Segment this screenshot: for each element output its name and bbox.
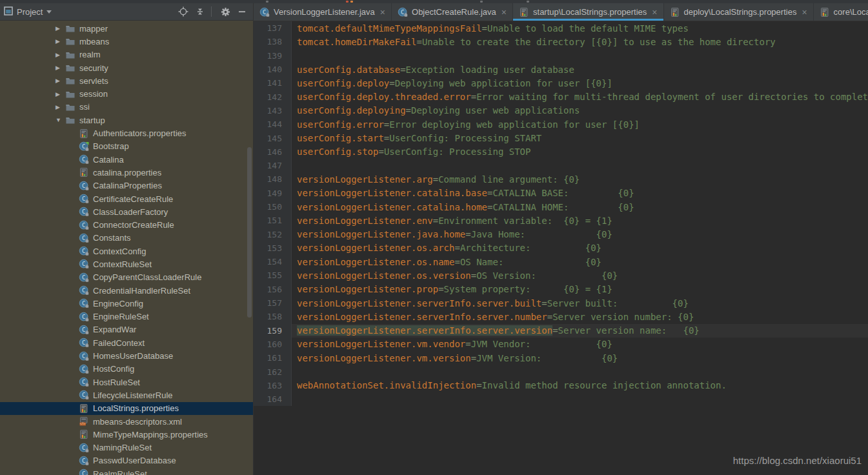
tree-file-mbeans-descriptors.xml[interactable]: <?>mbeans-descriptors.xml bbox=[0, 415, 253, 428]
editor-tab-VersionLoggerListener.java[interactable]: CVersionLoggerListener.java× bbox=[254, 3, 392, 21]
code-line-147[interactable]: 147 bbox=[254, 159, 868, 172]
project-tree[interactable]: ▶mapper▶mbeans▶realm▶security▶servlets▶s… bbox=[0, 21, 253, 475]
tree-folder-realm[interactable]: ▶realm bbox=[0, 48, 253, 61]
editor-tab-ObjectCreateRule.java[interactable]: CObjectCreateRule.java× bbox=[392, 3, 513, 21]
tree-folder-startup[interactable]: ▼startup bbox=[0, 114, 253, 126]
tree-file-ConnectorCreateRule[interactable]: CConnectorCreateRule bbox=[0, 218, 253, 231]
collapse-all-icon[interactable] bbox=[193, 5, 207, 19]
tree-file-PasswdUserDatabase[interactable]: CPasswdUserDatabase bbox=[0, 454, 253, 467]
tree-folder-ssi[interactable]: ▶ssi bbox=[0, 101, 253, 114]
code-line-142[interactable]: 142userConfig.deploy.threaded.error=Erro… bbox=[254, 90, 868, 103]
property-key: webAnnotationSet.invalidInjection bbox=[297, 380, 476, 390]
chevron-collapsed-icon[interactable]: ▶ bbox=[56, 38, 62, 45]
code-editor[interactable]: 137tomcat.defaultMimeTypeMappingsFail=Un… bbox=[254, 21, 868, 475]
tab-close-icon[interactable]: × bbox=[501, 8, 507, 17]
code-line-149[interactable]: 149versionLoggerListener.catalina.base=C… bbox=[254, 187, 868, 200]
tree-file-Constants[interactable]: CConstants bbox=[0, 232, 253, 245]
tree-scrollbar[interactable] bbox=[247, 147, 252, 318]
tree-folder-mapper[interactable]: ▶mapper bbox=[0, 22, 253, 35]
editor-tab-core-LocalStrings.p[interactable]: core\LocalStrings.p bbox=[814, 3, 868, 21]
code-line-154[interactable]: 154versionLoggerListener.os.name=OS Name… bbox=[254, 255, 868, 268]
code-line-162[interactable]: 162 bbox=[254, 365, 868, 378]
tree-file-catalina.properties[interactable]: catalina.properties bbox=[0, 166, 253, 179]
code-line-153[interactable]: 153versionLoggerListener.os.arch=Archite… bbox=[254, 241, 868, 255]
tree-file-FailedContext[interactable]: CFailedContext bbox=[0, 336, 253, 349]
chevron-collapsed-icon[interactable]: ▶ bbox=[56, 65, 62, 71]
tab-close-icon[interactable]: × bbox=[652, 8, 657, 17]
tree-item-label: ContextConfig bbox=[93, 247, 146, 256]
tab-close-icon[interactable]: × bbox=[802, 8, 807, 17]
chevron-collapsed-icon[interactable]: ▶ bbox=[56, 52, 62, 58]
tab-close-icon[interactable]: × bbox=[380, 8, 385, 17]
tree-file-CredentialHandlerRuleSet[interactable]: CCredentialHandlerRuleSet bbox=[0, 284, 253, 297]
code-line-157[interactable]: 157versionLoggerListener.serverInfo.serv… bbox=[254, 296, 868, 310]
code-line-143[interactable]: 143userConfig.deploying=Deploying user w… bbox=[254, 104, 868, 117]
code-line-150[interactable]: 150versionLoggerListener.catalina.home=C… bbox=[254, 200, 868, 214]
tree-file-Catalina[interactable]: CCatalina bbox=[0, 153, 253, 166]
code-line-146[interactable]: 146userConfig.stop=UserConfig: Processin… bbox=[254, 145, 868, 159]
equals-sign: = bbox=[482, 23, 487, 34]
code-line-152[interactable]: 152versionLoggerListener.java.home=Java … bbox=[254, 227, 868, 241]
chevron-collapsed-icon[interactable]: ▶ bbox=[56, 91, 62, 97]
line-content: versionLoggerListener.arg=Command line a… bbox=[292, 174, 868, 185]
tree-file-HomesUserDatabase[interactable]: CHomesUserDatabase bbox=[0, 349, 253, 362]
svg-text:C: C bbox=[82, 352, 85, 359]
code-line-144[interactable]: 144userConfig.error=Error deploying web … bbox=[254, 117, 868, 131]
line-number: 152 bbox=[254, 227, 292, 241]
code-line-138[interactable]: 138tomcat.homeDirMakeFail=Unable to crea… bbox=[254, 35, 868, 48]
editor-tab-deploy-LocalStrings.properties[interactable]: deploy\LocalStrings.properties× bbox=[664, 3, 814, 21]
tree-file-Bootstrap[interactable]: CBootstrap bbox=[0, 140, 253, 153]
code-line-141[interactable]: 141userConfig.deploy=Deploying web appli… bbox=[254, 76, 868, 90]
code-line-148[interactable]: 148versionLoggerListener.arg=Command lin… bbox=[254, 172, 868, 186]
editor-tab-startup-LocalStrings.properties[interactable]: startup\LocalStrings.properties× bbox=[513, 3, 664, 21]
tree-file-MimeTypeMappings.properties[interactable]: MimeTypeMappings.properties bbox=[0, 428, 253, 441]
tree-file-LifecycleListenerRule[interactable]: CLifecycleListenerRule bbox=[0, 389, 253, 401]
code-line-161[interactable]: 161versionLoggerListener.vm.version=JVM … bbox=[254, 351, 868, 365]
tree-file-RealmRuleSet[interactable]: CRealmRuleSet bbox=[0, 467, 253, 475]
tree-file-EngineRuleSet[interactable]: CEngineRuleSet bbox=[0, 310, 253, 323]
chevron-expanded-icon[interactable]: ▼ bbox=[56, 117, 62, 123]
code-line-151[interactable]: 151versionLoggerListener.env=Environment… bbox=[254, 214, 868, 227]
tree-file-LocalStrings.properties[interactable]: LocalStrings.properties bbox=[0, 402, 253, 415]
code-line-140[interactable]: 140userConfig.database=Exception loading… bbox=[254, 63, 868, 76]
tree-file-HostRuleSet[interactable]: CHostRuleSet bbox=[0, 376, 253, 389]
chevron-collapsed-icon[interactable]: ▶ bbox=[56, 25, 62, 32]
property-key: versionLoggerListener.catalina.home bbox=[297, 202, 487, 212]
code-line-163[interactable]: 163webAnnotationSet.invalidInjection=Inv… bbox=[254, 379, 868, 392]
locate-icon[interactable] bbox=[176, 5, 190, 19]
code-line-145[interactable]: 145userConfig.start=UserConfig: Processi… bbox=[254, 131, 868, 145]
tree-folder-servlets[interactable]: ▶servlets bbox=[0, 74, 253, 87]
code-line-159[interactable]: 159versionLoggerListener.serverInfo.serv… bbox=[254, 324, 868, 338]
tree-file-EngineConfig[interactable]: CEngineConfig bbox=[0, 297, 253, 310]
tree-file-CatalinaProperties[interactable]: CCatalinaProperties bbox=[0, 179, 253, 192]
code-line-156[interactable]: 156versionLoggerListener.prop=System pro… bbox=[254, 283, 868, 296]
code-line-164[interactable]: 164 bbox=[254, 392, 868, 406]
tree-folder-mbeans[interactable]: ▶mbeans bbox=[0, 35, 253, 48]
tree-file-NamingRuleSet[interactable]: CNamingRuleSet bbox=[0, 441, 253, 454]
tree-file-ContextRuleSet[interactable]: CContextRuleSet bbox=[0, 258, 253, 270]
tree-folder-security[interactable]: ▶security bbox=[0, 61, 253, 74]
code-line-155[interactable]: 155versionLoggerListener.os.version=OS V… bbox=[254, 268, 868, 282]
tree-file-ClassLoaderFactory[interactable]: CClassLoaderFactory bbox=[0, 205, 253, 218]
tree-file-HostConfig[interactable]: CHostConfig bbox=[0, 363, 253, 376]
code-line-158[interactable]: 158versionLoggerListener.serverInfo.serv… bbox=[254, 310, 868, 323]
chevron-down-icon[interactable] bbox=[46, 10, 52, 14]
hide-panel-icon[interactable] bbox=[235, 5, 249, 19]
code-line-137[interactable]: 137tomcat.defaultMimeTypeMappingsFail=Un… bbox=[254, 21, 868, 35]
folder-icon bbox=[65, 50, 76, 60]
tree-file-ContextConfig[interactable]: CContextConfig bbox=[0, 245, 253, 258]
code-line-160[interactable]: 160versionLoggerListener.vm.vendor=JVM V… bbox=[254, 338, 868, 351]
panel-title[interactable]: Project bbox=[17, 7, 43, 17]
tree-file-ExpandWar[interactable]: CExpandWar bbox=[0, 323, 253, 336]
chevron-collapsed-icon[interactable]: ▶ bbox=[56, 104, 62, 110]
equals-sign: = bbox=[454, 257, 459, 267]
property-value: JVM Vendor: {0} bbox=[471, 339, 612, 349]
tree-file-CertificateCreateRule[interactable]: CCertificateCreateRule bbox=[0, 192, 253, 205]
tree-file-CopyParentClassLoaderRule[interactable]: CCopyParentClassLoaderRule bbox=[0, 271, 253, 284]
code-line-139[interactable]: 139 bbox=[254, 49, 868, 63]
tree-folder-session[interactable]: ▶session bbox=[0, 87, 253, 100]
tree-file-Authenticators.properties[interactable]: Authenticators.properties bbox=[0, 126, 253, 139]
chevron-collapsed-icon[interactable]: ▶ bbox=[56, 77, 62, 84]
equals-sign: = bbox=[471, 270, 476, 281]
settings-gear-icon[interactable] bbox=[218, 5, 232, 19]
